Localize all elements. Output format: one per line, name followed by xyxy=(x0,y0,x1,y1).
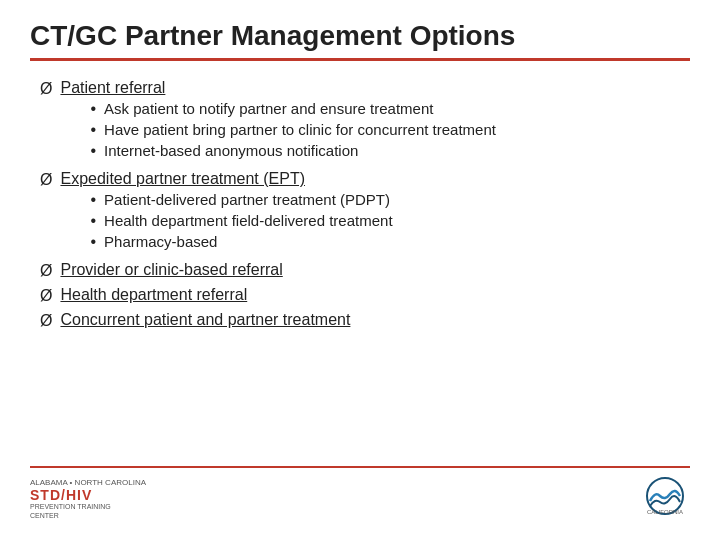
list-item: • Internet-based anonymous notification xyxy=(90,142,495,160)
patient-referral-sublist: • Ask patient to notify partner and ensu… xyxy=(60,100,495,160)
svg-text:CALIFORNIA: CALIFORNIA xyxy=(647,509,683,515)
ept-label: Expedited partner treatment (EPT) xyxy=(60,170,305,187)
slide-title: CT/GC Partner Management Options xyxy=(30,20,690,61)
list-item: • Ask patient to notify partner and ensu… xyxy=(90,100,495,118)
sub-item-text: Have patient bring partner to clinic for… xyxy=(104,121,496,138)
sub-item-text: Health department field-delivered treatm… xyxy=(104,212,393,229)
patient-referral-label: Patient referral xyxy=(60,79,165,96)
omega-icon: Ø xyxy=(40,312,52,330)
bullet-icon: • xyxy=(90,233,96,251)
bullet-icon: • xyxy=(90,100,96,118)
omega-icon: Ø xyxy=(40,171,52,189)
bullet-icon: • xyxy=(90,142,96,160)
std-logo: ALABAMA • NORTH CAROLINA STD/HIV PREVENT… xyxy=(30,478,146,520)
list-item: • Pharmacy-based xyxy=(90,233,392,251)
bullet-icon: • xyxy=(90,212,96,230)
list-item: Ø Health department referral xyxy=(40,286,690,305)
bullet-icon: • xyxy=(90,191,96,209)
ca-wave-icon: CALIFORNIA xyxy=(640,476,690,516)
logo-sub-text: PREVENTION TRAINING CENTER xyxy=(30,503,120,520)
list-item: Ø Concurrent patient and partner treatme… xyxy=(40,311,690,330)
sub-item-text: Pharmacy-based xyxy=(104,233,217,250)
provider-referral-label: Provider or clinic-based referral xyxy=(60,261,282,279)
logo-std-text: STD/HIV xyxy=(30,487,92,503)
bullet-icon: • xyxy=(90,121,96,139)
list-item: Ø Provider or clinic-based referral xyxy=(40,261,690,280)
omega-icon: Ø xyxy=(40,80,52,98)
list-item: • Patient-delivered partner treatment (P… xyxy=(90,191,392,209)
omega-icon: Ø xyxy=(40,287,52,305)
concurrent-treatment-label: Concurrent patient and partner treatment xyxy=(60,311,350,329)
omega-icon: Ø xyxy=(40,262,52,280)
list-item: • Health department field-delivered trea… xyxy=(90,212,392,230)
list-item: Ø Patient referral • Ask patient to noti… xyxy=(40,79,690,164)
list-item: Ø Expedited partner treatment (EPT) • Pa… xyxy=(40,170,690,255)
footer: ALABAMA • NORTH CAROLINA STD/HIV PREVENT… xyxy=(30,466,690,520)
content-area: Ø Patient referral • Ask patient to noti… xyxy=(30,71,690,466)
california-logo: CALIFORNIA xyxy=(640,476,690,520)
slide: CT/GC Partner Management Options Ø Patie… xyxy=(0,0,720,540)
sub-item-text: Patient-delivered partner treatment (PDP… xyxy=(104,191,390,208)
logo-top-text: ALABAMA • NORTH CAROLINA xyxy=(30,478,146,488)
ept-sublist: • Patient-delivered partner treatment (P… xyxy=(60,191,392,251)
logo-left: ALABAMA • NORTH CAROLINA STD/HIV PREVENT… xyxy=(30,478,146,520)
sub-item-text: Ask patient to notify partner and ensure… xyxy=(104,100,433,117)
sub-item-text: Internet-based anonymous notification xyxy=(104,142,358,159)
list-item: • Have patient bring partner to clinic f… xyxy=(90,121,495,139)
health-dept-referral-label: Health department referral xyxy=(60,286,247,304)
